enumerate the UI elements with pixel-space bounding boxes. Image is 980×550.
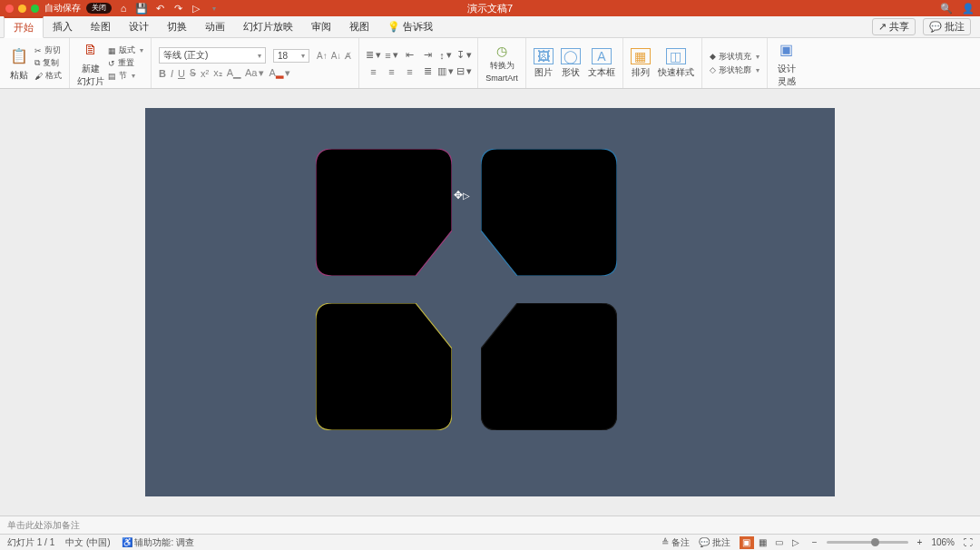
group-arrange: ▦排列 ◫快速样式 (623, 38, 702, 88)
comments-button[interactable]: 💬批注 (923, 18, 971, 35)
close-icon[interactable] (5, 5, 14, 13)
slideshow-view-button[interactable]: ▷ (789, 536, 803, 549)
comments-toggle[interactable]: 💬 批注 (699, 536, 730, 549)
shape-snip-corner-3[interactable] (316, 303, 452, 430)
tab-tellme[interactable]: 💡告诉我 (378, 16, 442, 37)
shape-fill-button[interactable]: ◆形状填充▾ (710, 51, 760, 63)
group-smartart: ◷ 转换为 SmartArt (478, 38, 526, 88)
shape-snip-corner-4[interactable] (481, 303, 617, 430)
insert-textbox-button[interactable]: A文本框 (588, 48, 615, 79)
new-slide-button[interactable]: 🗎 新建 幻灯片 (77, 39, 104, 88)
view-switcher: ▣ ▦ ▭ ▷ (740, 536, 803, 549)
tab-design[interactable]: 设计 (120, 16, 158, 37)
notes-pane[interactable]: 单击此处添加备注 (0, 516, 980, 534)
zoom-in-button[interactable]: + (917, 537, 923, 547)
tab-home[interactable]: 开始 (4, 16, 44, 38)
slide-counter[interactable]: 幻灯片 1 / 1 (7, 536, 54, 549)
zoom-slider[interactable] (827, 541, 908, 544)
increase-font-button[interactable]: A↑ (317, 51, 328, 61)
section-icon: ▤ (108, 72, 116, 81)
copy-icon: ⧉ (34, 58, 40, 68)
text-direction-button[interactable]: ↧▾ (457, 49, 470, 62)
line-spacing-button[interactable]: ↕▾ (439, 49, 452, 62)
outdent-button[interactable]: ⇤ (403, 49, 416, 62)
underline-button[interactable]: U (178, 68, 185, 79)
italic-button[interactable]: I (171, 68, 173, 79)
subscript-button[interactable]: x² (201, 68, 209, 79)
fit-window-button[interactable]: ⛶ (964, 537, 973, 547)
quick-styles-button[interactable]: ◫快速样式 (658, 48, 694, 79)
highlight-button[interactable]: A▁ (227, 67, 240, 79)
tab-view[interactable]: 视图 (340, 16, 378, 37)
minimize-icon[interactable] (18, 5, 26, 13)
arrange-button[interactable]: ▦排列 (631, 48, 651, 79)
paste-button[interactable]: 📋 粘贴 (7, 45, 31, 82)
save-icon[interactable]: 💾 (135, 2, 148, 15)
convert-smartart-button[interactable]: ◷ 转换为 SmartArt (485, 44, 518, 83)
tab-draw[interactable]: 绘图 (82, 16, 120, 37)
font-name-combo[interactable]: 等线 (正文)▾ (159, 47, 266, 64)
reset-icon: ↺ (108, 59, 115, 68)
align-justify-button[interactable]: ≣ (421, 65, 434, 78)
shape-snip-corner-2[interactable] (481, 149, 617, 276)
tab-animation[interactable]: 动画 (196, 16, 234, 37)
zoom-level[interactable]: 106% (931, 537, 955, 547)
reset-button[interactable]: ↺重置 (108, 57, 143, 69)
tab-insert[interactable]: 插入 (44, 16, 82, 37)
reading-view-button[interactable]: ▭ (772, 536, 787, 549)
slide-canvas-area[interactable]: ✥▷ (0, 89, 980, 516)
design-ideas-button[interactable]: ▣ 设计 灵感 (775, 39, 799, 88)
fill-icon: ◆ (710, 52, 716, 61)
indent-button[interactable]: ⇥ (421, 49, 434, 62)
autosave-label: 自动保存 (44, 2, 81, 15)
a11y-status[interactable]: ♿ 辅助功能: 调查 (122, 536, 194, 549)
normal-view-button[interactable]: ▣ (740, 536, 754, 549)
shape-outline-button[interactable]: ◇形状轮廓▾ (710, 64, 760, 76)
qat-more-icon[interactable]: ▾ (208, 2, 220, 15)
redo-icon[interactable]: ↷ (172, 2, 184, 15)
font-color-button[interactable]: A▂▾ (269, 67, 289, 79)
zoom-out-button[interactable]: − (812, 537, 818, 547)
autosave-toggle[interactable]: 关闭 (86, 3, 112, 14)
char-spacing-button[interactable]: Aa▾ (245, 67, 264, 79)
tab-review[interactable]: 审阅 (302, 16, 340, 37)
tab-transition[interactable]: 切换 (158, 16, 196, 37)
home-icon[interactable]: ⌂ (117, 2, 130, 15)
align-text-button[interactable]: ⊟▾ (457, 65, 470, 78)
font-size-combo[interactable]: 18▾ (273, 49, 309, 63)
section-button[interactable]: ▤节▾ (108, 70, 143, 82)
columns-button[interactable]: ▥▾ (439, 65, 452, 78)
align-right-button[interactable]: ≡ (403, 65, 416, 78)
bold-button[interactable]: B (159, 68, 166, 79)
cut-button[interactable]: ✂剪切 (34, 44, 62, 56)
group-font: 等线 (正文)▾ 18▾ A↑ A↓ A̸ B I U S̶ x² x₂ A▁ … (152, 38, 359, 88)
search-icon[interactable]: 🔍 (940, 2, 953, 15)
clear-format-button[interactable]: A̸ (345, 51, 351, 61)
account-icon[interactable]: 👤 (962, 2, 975, 15)
slide-1[interactable]: ✥▷ (145, 108, 835, 496)
copy-button[interactable]: ⧉复制 (34, 57, 62, 69)
share-button[interactable]: ↗共享 (872, 18, 916, 35)
insert-picture-button[interactable]: 🖼图片 (534, 48, 554, 79)
start-show-icon[interactable]: ▷ (190, 2, 202, 15)
bullets-button[interactable]: ≣▾ (367, 49, 379, 62)
insert-shapes-button[interactable]: ◯形状 (561, 48, 581, 79)
numbering-button[interactable]: ≡▾ (385, 49, 397, 62)
shape-snip-corner-1[interactable] (316, 149, 452, 276)
align-left-button[interactable]: ≡ (367, 65, 379, 78)
picture-icon: 🖼 (534, 48, 554, 64)
superscript-button[interactable]: x₂ (213, 67, 222, 79)
align-center-button[interactable]: ≡ (385, 65, 397, 78)
undo-icon[interactable]: ↶ (153, 2, 166, 15)
layout-button[interactable]: ▦版式▾ (108, 44, 143, 56)
tab-slideshow[interactable]: 幻灯片放映 (234, 16, 302, 37)
format-painter-button[interactable]: 🖌格式 (34, 70, 62, 82)
window-controls[interactable] (5, 5, 39, 13)
language-status[interactable]: 中文 (中国) (65, 536, 110, 549)
sorter-view-button[interactable]: ▦ (756, 536, 770, 549)
strike-button[interactable]: S̶ (190, 67, 196, 79)
maximize-icon[interactable] (31, 5, 39, 13)
notes-toggle[interactable]: ≜ 备注 (662, 536, 690, 549)
layout-icon: ▦ (108, 46, 116, 55)
decrease-font-button[interactable]: A↓ (331, 51, 342, 61)
